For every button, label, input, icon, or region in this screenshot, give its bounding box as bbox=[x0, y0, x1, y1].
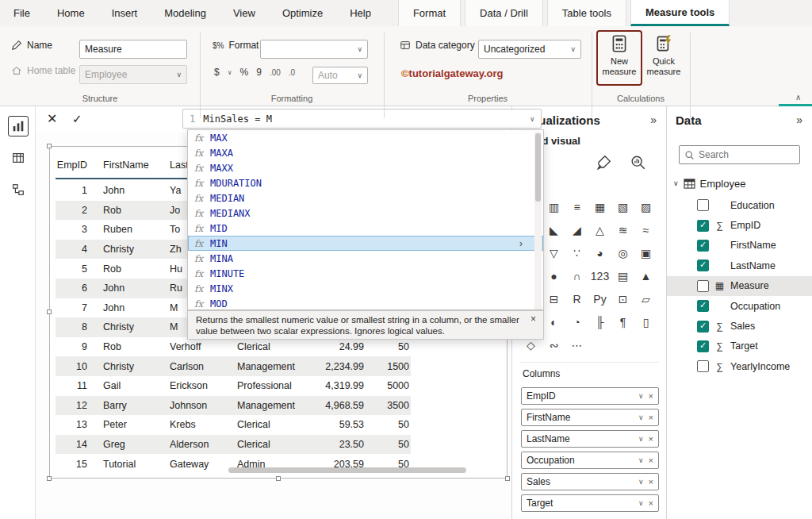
stacked-column-chart-icon[interactable]: ▥ bbox=[542, 195, 565, 218]
table-column-header[interactable]: EmpID bbox=[56, 160, 95, 171]
autocomplete-scrollbar[interactable] bbox=[535, 133, 541, 202]
smart-narrative-icon[interactable]: ¶ bbox=[611, 310, 634, 333]
resize-handle[interactable] bbox=[47, 309, 52, 314]
field-checkbox[interactable] bbox=[697, 321, 709, 333]
clustered-column-chart-icon[interactable]: ▦ bbox=[588, 195, 611, 218]
report-view-button[interactable] bbox=[8, 116, 29, 136]
chevron-down-icon[interactable]: ∨ bbox=[634, 499, 649, 507]
remove-field-icon[interactable]: × bbox=[649, 413, 653, 422]
key-influencers-icon[interactable]: ◐ bbox=[542, 310, 565, 333]
field-well[interactable]: Sales ∨ × bbox=[521, 473, 659, 490]
resize-handle[interactable] bbox=[47, 144, 52, 148]
autocomplete-item[interactable]: fx MDURATION › bbox=[188, 175, 543, 190]
autocomplete-item[interactable]: fx MAXX › bbox=[188, 160, 543, 175]
decomposition-tree-icon[interactable]: ╟ bbox=[588, 310, 611, 333]
donut-chart-icon[interactable]: ◎ bbox=[611, 241, 634, 264]
clustered-bar-chart-icon[interactable]: ≡ bbox=[565, 195, 588, 218]
chevron-down-icon[interactable]: ∨ bbox=[634, 392, 649, 400]
tab-measure-tools[interactable]: Measure tools bbox=[630, 0, 730, 26]
field-row[interactable]: FirstName bbox=[667, 236, 812, 256]
more-visual-options-icon[interactable]: ⋯ bbox=[565, 333, 588, 356]
search-input[interactable] bbox=[699, 149, 786, 160]
chevron-down-icon[interactable]: ∨ bbox=[634, 413, 649, 421]
currency-button[interactable]: $ bbox=[211, 67, 223, 78]
field-checkbox[interactable] bbox=[697, 260, 709, 271]
treemap-icon[interactable]: ▣ bbox=[634, 241, 657, 264]
chevron-down-icon[interactable]: ∨ bbox=[634, 456, 649, 464]
autocomplete-item[interactable]: fx MID › bbox=[188, 221, 543, 236]
autocomplete-item[interactable]: fx MEDIANX › bbox=[188, 206, 543, 221]
scatter-chart-icon[interactable]: ∵ bbox=[565, 241, 588, 264]
formula-input[interactable]: 1 MinSales = M ∨ bbox=[182, 109, 542, 129]
autocomplete-item[interactable]: fx MINA › bbox=[188, 251, 543, 266]
autocomplete-item[interactable]: fx MINX › bbox=[188, 281, 543, 296]
metrics-icon[interactable]: ◔ bbox=[565, 310, 588, 333]
tab-file[interactable]: File bbox=[0, 0, 44, 26]
analytics-icon[interactable] bbox=[630, 154, 647, 171]
collapse-ribbon-icon[interactable]: ∧ bbox=[795, 93, 801, 102]
field-row[interactable]: ∑ YearlyIncome bbox=[667, 356, 812, 376]
gauge-icon[interactable]: ∩ bbox=[565, 264, 588, 287]
autocomplete-item[interactable]: fx MOD › bbox=[188, 296, 543, 311]
tab-optimize[interactable]: Optimize bbox=[269, 0, 336, 26]
stacked-area-chart-icon[interactable]: ◢ bbox=[565, 218, 588, 241]
remove-field-icon[interactable]: × bbox=[649, 456, 653, 465]
field-row[interactable]: Education bbox=[667, 195, 812, 215]
new-measure-button[interactable]: New measure bbox=[598, 33, 641, 77]
decimal-places-dropdown[interactable]: Auto ∨ bbox=[312, 67, 368, 84]
increase-decimal-icon[interactable]: .00 bbox=[266, 68, 284, 77]
field-well[interactable]: Target ∨ × bbox=[521, 494, 659, 512]
autocomplete-item[interactable]: fx MEDIAN › bbox=[188, 190, 543, 206]
tab-data-drill[interactable]: Data / Drill bbox=[465, 0, 543, 26]
tab-help[interactable]: Help bbox=[336, 0, 385, 26]
power-apps-visual-icon[interactable]: ⊡ bbox=[611, 287, 634, 310]
remove-field-icon[interactable]: × bbox=[649, 391, 653, 401]
funnel-chart-icon[interactable]: ▽ bbox=[542, 241, 565, 264]
field-checkbox[interactable] bbox=[697, 280, 709, 292]
percent-button[interactable]: % bbox=[237, 67, 252, 78]
format-visual-icon[interactable] bbox=[595, 154, 612, 171]
field-checkbox[interactable] bbox=[697, 360, 709, 372]
autocomplete-item[interactable]: fx MIN › bbox=[188, 236, 543, 251]
tab-format[interactable]: Format bbox=[398, 0, 461, 26]
autocomplete-item[interactable]: fx MAXA › bbox=[188, 145, 543, 160]
collapse-data-panel-icon[interactable]: » bbox=[796, 113, 802, 126]
resize-handle[interactable] bbox=[505, 476, 510, 481]
field-well[interactable]: EmpID ∨ × bbox=[521, 387, 659, 405]
pie-chart-icon[interactable]: ◕ bbox=[588, 241, 611, 264]
tab-table-tools[interactable]: Table tools bbox=[547, 0, 626, 26]
data-view-button[interactable] bbox=[8, 148, 29, 168]
python-visual-icon[interactable]: Py bbox=[588, 287, 611, 310]
commit-formula-icon[interactable]: ✓ bbox=[72, 111, 82, 127]
card-icon[interactable]: 123 bbox=[588, 264, 611, 287]
field-checkbox[interactable] bbox=[697, 220, 709, 232]
autocomplete-item[interactable]: fx MAX › bbox=[188, 130, 543, 145]
hundred-percent-stacked-column-chart-icon[interactable]: ▨ bbox=[634, 195, 657, 218]
model-view-button[interactable] bbox=[8, 179, 29, 200]
remove-field-icon[interactable]: × bbox=[649, 434, 653, 444]
field-well[interactable]: FirstName ∨ × bbox=[521, 409, 659, 426]
kpi-icon[interactable]: ▲ bbox=[634, 264, 657, 287]
field-row[interactable]: ▦ Measure bbox=[667, 276, 812, 296]
tab-insert[interactable]: Insert bbox=[98, 0, 151, 26]
autocomplete-item[interactable]: fx MINUTE › bbox=[188, 266, 543, 281]
field-checkbox[interactable] bbox=[697, 240, 709, 252]
line-and-clustered-column-chart-icon[interactable]: ≋ bbox=[611, 218, 634, 241]
field-checkbox[interactable] bbox=[697, 340, 709, 352]
field-row[interactable]: LastName bbox=[667, 256, 812, 275]
collapse-visualizations-icon[interactable]: » bbox=[650, 113, 657, 126]
hundred-percent-stacked-bar-chart-icon[interactable]: ▧ bbox=[611, 195, 634, 218]
chevron-down-icon[interactable]: ∨ bbox=[634, 478, 649, 486]
r-script-visual-icon[interactable]: R bbox=[565, 287, 588, 310]
field-well[interactable]: Occupation ∨ × bbox=[521, 452, 659, 469]
tab-home[interactable]: Home bbox=[44, 0, 98, 26]
tab-modeling[interactable]: Modeling bbox=[151, 0, 220, 26]
table-tree-item-employee[interactable]: ∨ Employee bbox=[673, 174, 745, 193]
decrease-decimal-icon[interactable]: .0 bbox=[285, 68, 298, 77]
matrix-icon[interactable]: ⊟ bbox=[542, 287, 565, 310]
cancel-formula-icon[interactable]: ✕ bbox=[47, 111, 57, 127]
expand-formula-bar-icon[interactable]: ∨ bbox=[530, 115, 534, 123]
field-row[interactable]: ∑ Target bbox=[667, 336, 812, 356]
slicer-icon[interactable]: ▯ bbox=[634, 310, 657, 333]
field-checkbox[interactable] bbox=[697, 199, 709, 211]
